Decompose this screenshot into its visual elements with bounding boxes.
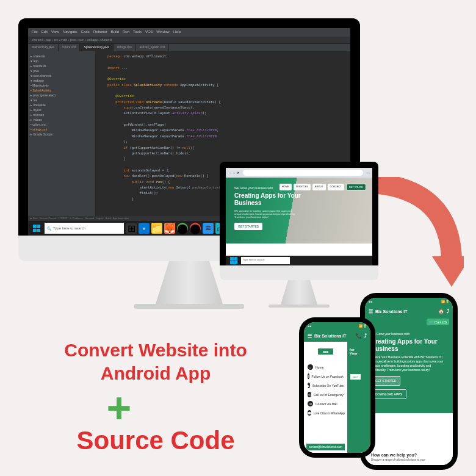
windows-icon: [33, 225, 40, 232]
taskbar-search[interactable]: 🔍 Type here to search: [45, 223, 124, 234]
drawer-label: Live Chat in WhatsApp: [314, 411, 345, 415]
menu-icon[interactable]: ☰: [369, 309, 373, 314]
status-icons: 📶 🔋: [441, 300, 449, 303]
nav-forward-icon[interactable]: →: [233, 171, 236, 175]
cart-label: Cart (0): [435, 320, 447, 324]
phone-statusbar: ●● 📶 🔋: [365, 298, 453, 305]
mail-icon: ✉: [308, 401, 313, 406]
svg-marker-0: [432, 256, 464, 287]
windows-taskbar: Type here to search: [226, 256, 372, 265]
ide-menubar[interactable]: File Edit View Navigate Code Refactor Bu…: [28, 28, 350, 37]
tree-item[interactable]: • colors.xml: [31, 122, 93, 127]
address-bar[interactable]: [243, 170, 363, 176]
editor-tab[interactable]: MainActivity.java: [28, 44, 59, 51]
menu-item[interactable]: Window: [156, 30, 169, 35]
menu-item[interactable]: Help: [173, 30, 181, 35]
menu-item[interactable]: Edit: [41, 30, 48, 35]
tree-item[interactable]: ▾ res: [31, 98, 93, 103]
nav-back-icon[interactable]: ←: [228, 171, 231, 175]
app-title: Biz Solutions IT: [314, 334, 347, 338]
ide-toolbar: sharemit › app › src › main › java › com…: [28, 37, 350, 44]
tree-item[interactable]: ▾ webapp: [31, 78, 93, 83]
taskbar-icon[interactable]: e: [139, 223, 150, 234]
drawer-item[interactable]: 💬Live Chat in WhatsApp: [306, 408, 345, 417]
menu-item[interactable]: VCS: [145, 30, 153, 35]
monitor-bezel: ← → ⟳ ⋯ HOME SERVICES ABOUT CONTACT GET …: [220, 162, 378, 265]
nav-drawer: ■■■ ⌂Home fFollow Us on Facebook ▶Subscr…: [304, 342, 347, 453]
drawer-item[interactable]: ✉Contact via Mail: [306, 399, 345, 408]
tree-item[interactable]: ▸ mipmap: [31, 112, 93, 117]
tree-item[interactable]: • strings.xml: [31, 127, 93, 132]
share-icon[interactable]: ⤴: [447, 309, 449, 314]
hero-cta-button[interactable]: GET STARTED: [234, 223, 262, 230]
taskbar-icon[interactable]: 📁: [151, 223, 162, 234]
phone-screen: ●● 📶 🔋 ☰ Biz Solutions IT 📞 ⤴ ■■■ ⌂Home …: [304, 322, 370, 453]
drawer-logo: ■■■: [306, 344, 345, 359]
get-started-button[interactable]: GET STARTED: [371, 376, 400, 386]
phone-icon[interactable]: 📞: [356, 333, 362, 339]
tree-item[interactable]: ▸ drawable: [31, 103, 93, 107]
menu-item[interactable]: Build: [111, 30, 119, 35]
tree-item-active[interactable]: • SplashActivity: [31, 88, 93, 93]
reload-icon[interactable]: ⟳: [237, 171, 239, 175]
tree-item[interactable]: ▸ java (generated): [31, 93, 93, 98]
tree-item[interactable]: ▸ layout: [31, 107, 93, 112]
tree-item[interactable]: ▸ manifests: [31, 63, 93, 68]
phone-subtitle: We Grow your business with: [371, 332, 447, 336]
plus-icon: +: [0, 387, 284, 430]
menu-item[interactable]: Run: [123, 30, 129, 35]
taskbar-search[interactable]: Type here to search: [241, 257, 290, 264]
breadcrumb: sharemit › app › src › main › java › com…: [32, 38, 112, 42]
tree-item[interactable]: ▸ sharemit: [31, 54, 93, 59]
home-icon[interactable]: 🏠: [438, 309, 444, 314]
menu-icon[interactable]: ☰: [308, 333, 312, 339]
tree-item[interactable]: ▸ values: [31, 117, 93, 122]
drawer-label: Follow Us on Facebook: [312, 375, 344, 378]
share-icon[interactable]: ⤴: [364, 333, 367, 339]
menu-item[interactable]: Code: [81, 30, 90, 35]
taskbar-icon[interactable]: ⬤: [177, 223, 188, 234]
phone-content: ■■■ ⌂Home fFollow Us on Facebook ▶Subscr…: [304, 342, 370, 453]
start-button[interactable]: [31, 223, 43, 234]
menu-item[interactable]: File: [32, 30, 38, 35]
project-tree[interactable]: ▸ sharemit ▾ app ▸ manifests ▾ java ▾ co…: [28, 51, 95, 226]
editor-tab[interactable]: colors.xml: [59, 44, 81, 51]
phone-icon: ✆: [308, 392, 311, 397]
menu-item[interactable]: Refactor: [93, 30, 107, 35]
tree-item[interactable]: • MainActivity: [31, 83, 93, 88]
taskbar-icon[interactable]: 🦊: [164, 223, 175, 234]
taskbar-icon[interactable]: ≡: [203, 223, 214, 234]
phone-content[interactable]: 🛒 Cart (0) We Grow your business with Cr…: [365, 317, 453, 465]
tree-item[interactable]: ▾ app: [31, 59, 93, 63]
menu-item[interactable]: Tools: [133, 30, 142, 35]
editor-tab[interactable]: strings.xml: [114, 44, 136, 51]
cart-badge[interactable]: 🛒 Cart (0): [427, 319, 449, 325]
menu-item[interactable]: View: [51, 30, 59, 35]
drawer-item[interactable]: ▶Subscribe On YouTube: [306, 381, 345, 390]
editor-tab[interactable]: activity_splash.xml: [136, 44, 170, 51]
drawer-email[interactable]: contact@bizsolutionsit.com: [306, 444, 345, 450]
extension-icon[interactable]: ⋯: [367, 171, 370, 175]
drawer-label: Call us for Emergency: [314, 393, 344, 397]
drawer-item[interactable]: ⌂Home: [306, 362, 345, 372]
menu-item[interactable]: Navigate: [63, 30, 78, 35]
app-title: Biz Solutions IT: [375, 309, 408, 314]
drawer-label: Home: [316, 366, 323, 369]
headline-block: Convert Website into Android App + Sourc…: [27, 339, 284, 455]
drawer-scrim[interactable]: forYour you?: [347, 342, 370, 453]
drawer-label: Subscribe On YouTube: [312, 384, 344, 388]
windows-icon: [230, 257, 237, 264]
start-button[interactable]: [228, 255, 240, 265]
tree-item[interactable]: ▾ java: [31, 68, 93, 73]
monitor-chin: [220, 265, 378, 280]
taskbar-icon[interactable]: ⊞: [126, 223, 137, 234]
ide-tabs: MainActivity.java colors.xml SplashActiv…: [28, 44, 350, 51]
editor-tab-active[interactable]: SplashActivity.java: [80, 44, 113, 51]
taskbar-icon[interactable]: ⬤: [190, 223, 201, 234]
hero-desc: We specialize in building custom apps th…: [234, 209, 295, 219]
drawer-item[interactable]: fFollow Us on Facebook: [306, 372, 345, 381]
download-apps-button[interactable]: DOWNLOAD APPS: [371, 389, 406, 399]
drawer-item[interactable]: ✆Call us for Emergency: [306, 390, 345, 399]
tree-item[interactable]: ▸ Gradle Scripts: [31, 132, 93, 137]
tree-item[interactable]: ▾ com.sharemit: [31, 73, 93, 78]
